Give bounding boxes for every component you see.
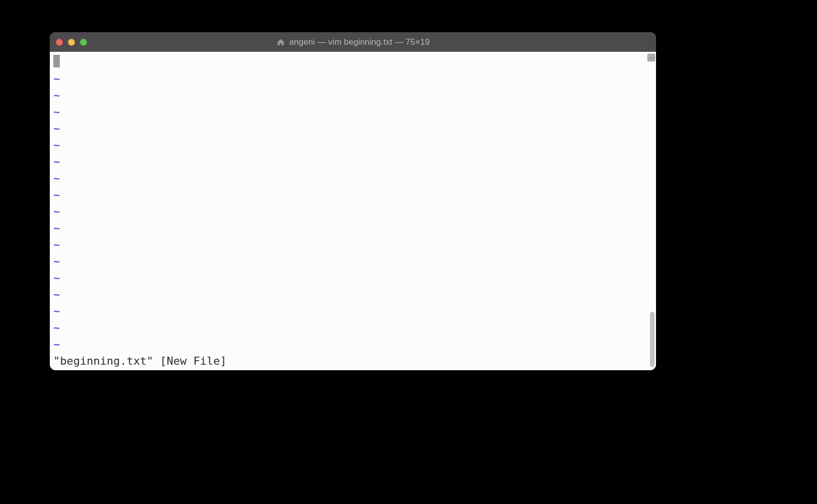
cursor	[53, 55, 60, 67]
home-icon	[276, 38, 285, 47]
empty-line-tilde: ~	[53, 220, 647, 236]
editor-content[interactable]: ~~~~~~~~~~~~~~~~~ "beginning.txt" [New F…	[50, 52, 647, 370]
scrollbar-track[interactable]	[647, 52, 656, 370]
empty-line-tilde: ~	[53, 270, 647, 286]
traffic-lights	[56, 39, 87, 46]
empty-line-tilde: ~	[53, 336, 647, 353]
terminal-window: angeni — vim beginning.txt — 75×19 ~~~~~…	[50, 32, 656, 370]
empty-line-tilde: ~	[53, 120, 647, 137]
empty-line-tilde: ~	[53, 104, 647, 120]
zoom-button[interactable]	[80, 39, 87, 46]
terminal-body[interactable]: ~~~~~~~~~~~~~~~~~ "beginning.txt" [New F…	[50, 52, 656, 370]
empty-line-tilde: ~	[53, 137, 647, 153]
empty-line-tilde: ~	[53, 203, 647, 220]
empty-line-tilde: ~	[53, 253, 647, 270]
scrollbar-thumb[interactable]	[650, 312, 655, 367]
cursor-line	[53, 54, 647, 70]
empty-line-tilde: ~	[53, 153, 647, 170]
status-line: "beginning.txt" [New File]	[53, 353, 647, 369]
empty-line-tilde: ~	[53, 87, 647, 104]
empty-line-tilde: ~	[53, 303, 647, 319]
window-title: angeni — vim beginning.txt — 75×19	[289, 37, 430, 47]
empty-line-tilde: ~	[53, 70, 647, 87]
empty-line-tilde: ~	[53, 319, 647, 336]
title-container: angeni — vim beginning.txt — 75×19	[50, 37, 656, 47]
empty-line-tilde: ~	[53, 170, 647, 187]
close-button[interactable]	[56, 39, 63, 46]
tab-indicator-icon[interactable]	[647, 54, 655, 61]
empty-line-tilde: ~	[53, 286, 647, 303]
titlebar[interactable]: angeni — vim beginning.txt — 75×19	[50, 32, 656, 52]
empty-line-tilde: ~	[53, 236, 647, 253]
empty-line-tilde: ~	[53, 187, 647, 203]
minimize-button[interactable]	[68, 39, 75, 46]
